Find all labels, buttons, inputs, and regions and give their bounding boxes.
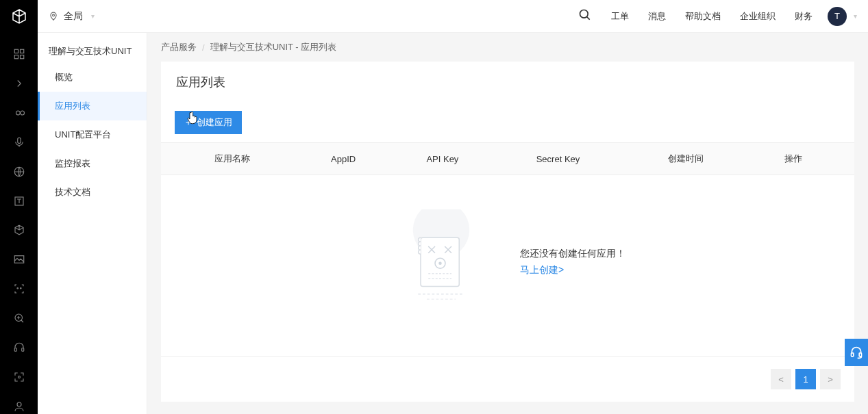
- page-1[interactable]: 1: [795, 369, 816, 389]
- location-icon: [49, 12, 58, 21]
- headset-icon: [850, 346, 863, 359]
- sidebar-item-label: 技术文档: [55, 187, 90, 197]
- chevron-down-icon: ▾: [91, 12, 95, 20]
- avatar: T: [828, 7, 847, 26]
- region-label: 全局: [64, 10, 83, 23]
- sidebar-item-label: 监控报表: [55, 158, 90, 168]
- col-action: 操作: [772, 143, 854, 175]
- breadcrumb-current: 理解与交互技术UNIT - 应用列表: [210, 41, 337, 53]
- sidebar-item-label: UNIT配置平台: [55, 129, 111, 140]
- user-menu[interactable]: T ▾: [822, 7, 868, 26]
- breadcrumb-root[interactable]: 产品服务: [161, 41, 197, 53]
- nav-org[interactable]: 企业组织: [730, 0, 785, 33]
- svg-point-27: [438, 262, 442, 266]
- svg-rect-33: [859, 353, 861, 357]
- rail-apps-icon[interactable]: [11, 47, 27, 62]
- empty-create-link[interactable]: 马上创建>: [520, 264, 625, 276]
- sidebar-item-docs[interactable]: 技术文档: [38, 178, 147, 207]
- plus-icon: [184, 118, 193, 127]
- empty-text-block: 您还没有创建任何应用！ 马上创建>: [520, 248, 625, 276]
- svg-line-2: [587, 16, 590, 19]
- col-created: 创建时间: [656, 143, 772, 175]
- rail-mic-icon[interactable]: [11, 135, 27, 151]
- rail-infinity-icon[interactable]: [11, 105, 27, 121]
- rail-person-icon[interactable]: [11, 398, 27, 414]
- rail-magnify-icon[interactable]: [11, 311, 27, 326]
- svg-point-17: [17, 402, 21, 406]
- pagination: < 1 >: [161, 356, 854, 402]
- rail-headset-icon[interactable]: [11, 339, 27, 355]
- svg-rect-3: [14, 50, 18, 53]
- breadcrumb-sep: /: [202, 42, 205, 53]
- sidebar-item-monitor[interactable]: 监控报表: [38, 149, 147, 178]
- rail-expand-icon[interactable]: [11, 76, 27, 92]
- nav-ticket[interactable]: 工单: [602, 0, 638, 33]
- rail-face-icon[interactable]: [11, 281, 27, 297]
- svg-rect-4: [20, 50, 23, 53]
- rail-text-icon[interactable]: [11, 193, 27, 209]
- svg-rect-7: [17, 138, 21, 143]
- nav-rail: [0, 33, 38, 414]
- col-secretkey: Secret Key: [524, 143, 656, 175]
- sidebar-item-config[interactable]: UNIT配置平台: [38, 120, 147, 149]
- page-next[interactable]: >: [820, 369, 841, 389]
- svg-point-0: [53, 14, 55, 16]
- svg-rect-5: [14, 55, 18, 59]
- col-apikey: API Key: [414, 143, 523, 175]
- breadcrumb: 产品服务 / 理解与交互技术UNIT - 应用列表: [161, 33, 854, 62]
- svg-rect-14: [14, 348, 16, 352]
- page-prev[interactable]: <: [771, 369, 791, 389]
- rail-globe-icon[interactable]: [11, 164, 27, 179]
- col-name: 应用名称: [202, 143, 319, 175]
- sidebar-item-overview[interactable]: 概览: [38, 63, 147, 92]
- logo[interactable]: [0, 0, 38, 33]
- create-app-button[interactable]: 创建应用: [175, 111, 242, 134]
- sidebar-item-applist[interactable]: 应用列表: [38, 92, 147, 120]
- sidebar: 理解与交互技术UNIT 概览 应用列表 UNIT配置平台 监控报表 技术文档: [38, 33, 147, 414]
- search-icon: [578, 8, 592, 22]
- rail-fullscreen-icon[interactable]: [11, 369, 27, 385]
- page-title: 应用列表: [161, 62, 854, 103]
- empty-state: 您还没有创建任何应用！ 马上创建>: [161, 175, 854, 356]
- empty-message: 您还没有创建任何应用！: [520, 248, 625, 260]
- support-button[interactable]: [845, 339, 868, 366]
- nav-message[interactable]: 消息: [638, 0, 675, 33]
- main-content: 产品服务 / 理解与交互技术UNIT - 应用列表 应用列表 创建应用 应用名称…: [147, 33, 868, 414]
- svg-point-1: [580, 10, 588, 18]
- sidebar-item-label: 概览: [55, 72, 73, 82]
- rail-image-icon[interactable]: [11, 252, 27, 268]
- svg-rect-15: [21, 348, 23, 352]
- svg-point-16: [18, 376, 20, 378]
- nav-finance[interactable]: 财务: [785, 0, 822, 33]
- svg-point-11: [17, 288, 18, 289]
- sidebar-title: 理解与交互技术UNIT: [38, 33, 147, 63]
- rail-cube-icon[interactable]: [11, 222, 27, 238]
- svg-point-12: [20, 288, 21, 289]
- region-selector[interactable]: 全局 ▾: [38, 10, 106, 23]
- col-blank: [161, 143, 202, 175]
- search-button[interactable]: [569, 8, 602, 25]
- empty-illustration-icon: [390, 209, 493, 315]
- create-app-label: 创建应用: [197, 116, 232, 129]
- chevron-down-icon: ▾: [854, 12, 857, 20]
- svg-rect-6: [20, 55, 23, 59]
- sidebar-item-label: 应用列表: [55, 101, 90, 111]
- col-appid: AppID: [319, 143, 414, 175]
- nav-help[interactable]: 帮助文档: [675, 0, 730, 33]
- panel-toolbar: 创建应用: [161, 103, 854, 143]
- topbar: 全局 ▾ 工单 消息 帮助文档 企业组织 财务 T ▾: [0, 0, 868, 33]
- svg-rect-32: [852, 353, 854, 357]
- app-table: 应用名称 AppID API Key Secret Key 创建时间 操作: [161, 143, 854, 175]
- panel: 创建应用 应用名称 AppID API Key Secret Key 创建时间 …: [161, 103, 854, 402]
